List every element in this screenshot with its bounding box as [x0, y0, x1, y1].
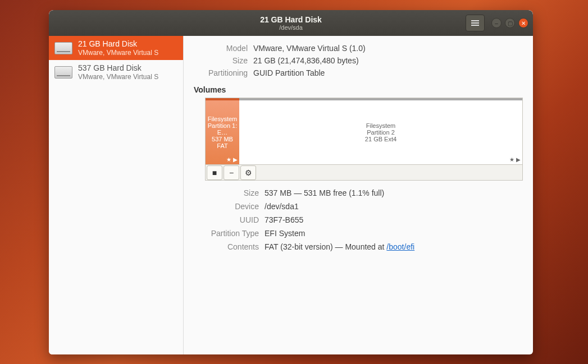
content-panel: Model VMware, VMware Virtual S (1.0) Siz…: [184, 36, 533, 354]
value-part-size: 537 MB — 531 MB free (1.1% full): [265, 188, 523, 197]
hard-disk-icon: [54, 66, 72, 79]
unmount-button[interactable]: ■: [207, 165, 222, 180]
partition-details: Size 537 MB — 531 MB free (1.1% full) De…: [196, 188, 523, 251]
label-partitioning: Partitioning: [194, 68, 248, 77]
sidebar-disk-1[interactable]: 21 GB Hard Disk VMware, VMware Virtual S: [49, 36, 183, 60]
label-model: Model: [194, 44, 248, 53]
window-title: 21 GB Hard Disk: [49, 15, 533, 24]
value-size: 21 GB (21,474,836,480 bytes): [253, 56, 523, 65]
volumes-heading: Volumes: [194, 85, 523, 94]
volume-badges: ★ ▶: [509, 156, 521, 163]
contents-text: FAT (32-bit version) — Mounted at: [265, 242, 386, 251]
disks-window: 21 GB Hard Disk /dev/sda – ▢ ✕ 21 GB Har…: [49, 10, 533, 354]
volume-line: Filesystem: [208, 116, 238, 122]
menu-button[interactable]: [466, 15, 485, 31]
volume-partition-2[interactable]: Filesystem Partition 2 21 GB Ext4 ★ ▶: [239, 98, 522, 164]
sidebar-disk-name: 537 GB Hard Disk: [78, 63, 158, 73]
label-ptype: Partition Type: [196, 229, 259, 238]
volumes-map: Filesystem Partition 1: E… 537 MB FAT ★ …: [205, 98, 523, 165]
hamburger-icon: [471, 22, 479, 24]
partition-options-button[interactable]: ⚙: [240, 165, 256, 180]
label-size: Size: [194, 56, 248, 65]
volume-toolbar: ■ − ⚙: [205, 165, 523, 181]
volume-line: 537 MB FAT: [206, 136, 239, 149]
sidebar: 21 GB Hard Disk VMware, VMware Virtual S…: [49, 36, 184, 354]
sidebar-disk-2[interactable]: 537 GB Hard Disk VMware, VMware Virtual …: [49, 60, 183, 84]
volume-partition-1[interactable]: Filesystem Partition 1: E… 537 MB FAT ★ …: [206, 98, 239, 164]
value-device: /dev/sda1: [265, 202, 523, 211]
label-contents: Contents: [196, 242, 259, 251]
volume-line: Filesystem: [366, 122, 396, 129]
volume-badges: ★ ▶: [226, 156, 238, 163]
mount-point-link[interactable]: /boot/efi: [386, 242, 414, 251]
stop-icon: ■: [212, 168, 217, 177]
disk-info: Model VMware, VMware Virtual S (1.0) Siz…: [194, 44, 523, 77]
value-model: VMware, VMware Virtual S (1.0): [253, 44, 523, 53]
minimize-icon: –: [495, 20, 498, 26]
label-device: Device: [196, 202, 259, 211]
sidebar-disk-name: 21 GB Hard Disk: [78, 39, 158, 49]
label-uuid: UUID: [196, 215, 259, 224]
window-subtitle: /dev/sda: [49, 24, 533, 31]
delete-partition-button[interactable]: −: [224, 165, 239, 180]
close-button[interactable]: ✕: [518, 18, 528, 28]
volume-line: Partition 1: E…: [206, 122, 239, 136]
hard-disk-icon: [54, 42, 72, 54]
volume-line: Partition 2: [367, 129, 395, 136]
value-ptype: EFI System: [265, 229, 523, 238]
maximize-button[interactable]: ▢: [505, 18, 515, 28]
titlebar: 21 GB Hard Disk /dev/sda – ▢ ✕: [49, 10, 533, 36]
value-partitioning: GUID Partition Table: [253, 68, 523, 77]
sidebar-disk-sub: VMware, VMware Virtual S: [78, 49, 158, 57]
close-icon: ✕: [521, 20, 526, 26]
volume-line: 21 GB Ext4: [365, 136, 396, 142]
gear-icon: ⚙: [245, 168, 252, 177]
value-uuid: 73F7-B655: [265, 215, 523, 224]
minimize-button[interactable]: –: [491, 18, 502, 28]
value-contents: FAT (32-bit version) — Mounted at /boot/…: [265, 242, 523, 251]
sidebar-disk-sub: VMware, VMware Virtual S: [78, 73, 158, 81]
title-block: 21 GB Hard Disk /dev/sda: [49, 15, 533, 31]
label-part-size: Size: [196, 188, 259, 197]
minus-icon: −: [229, 168, 234, 177]
maximize-icon: ▢: [508, 20, 513, 26]
